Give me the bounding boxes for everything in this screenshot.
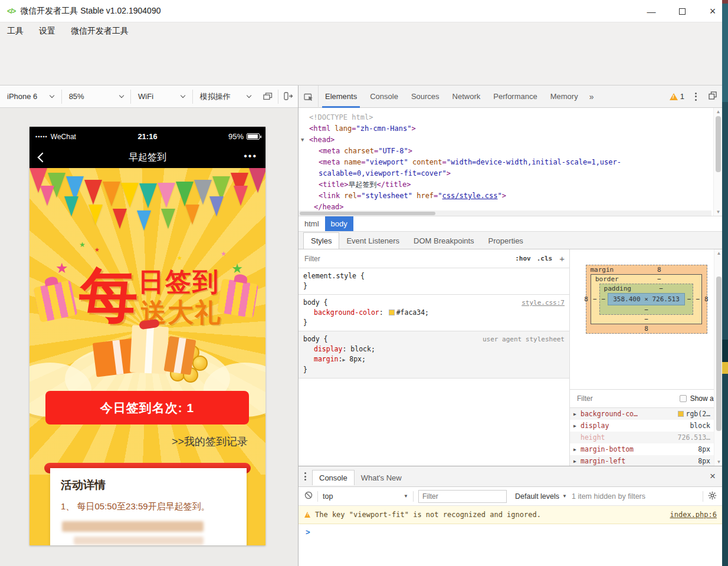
horizontal-scrollbar[interactable] <box>299 210 711 216</box>
tab-sources[interactable]: Sources <box>405 85 446 108</box>
context-select[interactable]: top▼ <box>323 492 408 501</box>
sidebar-scrollbar[interactable]: ▲▼ <box>714 249 723 466</box>
tab-console-drawer[interactable]: Console <box>312 470 355 485</box>
tab-dom-breakpoints[interactable]: DOM Breakpoints <box>406 233 481 249</box>
console-drawer: Console What's New × top▼ Default levels… <box>299 466 723 566</box>
star-icon: ★ <box>94 247 100 253</box>
phone-preview: ••••• WeChat 21:16 95% 早起签到 ••• ★ ★ ★ ★ … <box>29 127 265 545</box>
menu-settings[interactable]: 设置 <box>39 26 55 37</box>
gift-icon <box>217 279 258 318</box>
code-line[interactable]: <meta charset="UTF-8"> <box>299 146 711 157</box>
menu-tools[interactable]: 工具 <box>7 26 24 37</box>
style-rule-body[interactable]: body {style.css:7 background-color: #fac… <box>299 295 569 331</box>
box-model-content: 358.400 × 726.513 <box>608 293 685 305</box>
code-line[interactable]: <link rel="stylesheet" href="css/style.c… <box>299 190 711 202</box>
console-kebab-icon[interactable] <box>299 472 312 481</box>
console-filter-input[interactable] <box>418 490 507 503</box>
tab-whats-new[interactable]: What's New <box>355 470 408 485</box>
zoom-select[interactable]: 85% <box>62 85 130 108</box>
titlebar: </> 微信开发者工具 Stable v1.02.1904090 — × <box>0 0 728 22</box>
tab-network[interactable]: Network <box>446 85 487 108</box>
stylesheet-link[interactable]: style.css:7 <box>522 298 565 308</box>
crumb-html[interactable]: html <box>299 216 325 232</box>
show-all-label: Show all <box>690 394 717 403</box>
flag-icon <box>139 183 157 208</box>
card-rule-1: 1、 每日05:50至23:59开启早起签到。 <box>61 501 236 512</box>
show-all-checkbox[interactable] <box>680 395 687 402</box>
computed-row[interactable]: ▶margin-bottom8px <box>570 443 714 455</box>
code-line[interactable]: <!DOCTYPE html> <box>299 112 711 123</box>
simulate-select[interactable]: 模拟操作 <box>193 85 258 108</box>
maximize-button[interactable] <box>667 0 697 22</box>
close-drawer-icon[interactable]: × <box>703 470 723 482</box>
tab-performance[interactable]: Performance <box>487 85 543 108</box>
computed-row[interactable]: ▶margin-left8px <box>570 455 714 466</box>
levels-select[interactable]: Default levels▼ <box>515 492 567 501</box>
tab-properties[interactable]: Properties <box>481 233 530 249</box>
flag-icon <box>84 180 102 205</box>
tab-console[interactable]: Console <box>363 85 405 108</box>
menu-devtools[interactable]: 微信开发者工具 <box>71 26 129 37</box>
computed-row[interactable]: ▶background-co…rgb(2… <box>570 408 714 420</box>
card-title: 活动详情 <box>61 478 236 493</box>
elements-scrollbar[interactable]: ▲▼ <box>713 108 722 216</box>
code-line[interactable]: ▼<head> <box>299 134 711 146</box>
styles-pane: :hov .cls + element.style { } body {styl… <box>299 249 570 466</box>
computed-row[interactable]: height726.513… <box>570 432 714 443</box>
minimize-button[interactable]: — <box>636 0 667 22</box>
crumb-body[interactable]: body <box>325 216 353 232</box>
menubar: 工具 设置 微信开发者工具 <box>0 22 728 40</box>
style-rule-ua[interactable]: body {user agent stylesheet display: blo… <box>299 331 569 379</box>
page-body: ★ ★ ★ ★ ★ ★ ★ 每 日签到 送大礼 今日签到名次: 1 >>我的签到… <box>29 168 265 545</box>
chevron-down-icon <box>119 93 124 98</box>
warning-icon <box>670 93 678 100</box>
battery-icon <box>247 133 260 140</box>
kebab-menu-icon[interactable] <box>689 93 703 101</box>
tab-styles[interactable]: Styles <box>303 232 339 249</box>
styles-filter-input[interactable] <box>303 254 509 264</box>
signin-record-link[interactable]: >>我的签到记录 <box>172 435 248 449</box>
console-prompt[interactable]: > <box>306 528 310 537</box>
banner-char: 每 <box>79 256 138 336</box>
battery-percent: 95% <box>228 132 244 141</box>
more-tabs-icon[interactable]: » <box>585 92 599 101</box>
warning-badge[interactable]: 1 <box>665 92 689 101</box>
windows-icon[interactable] <box>258 85 277 108</box>
hov-toggle[interactable]: :hov <box>515 255 531 262</box>
tab-elements[interactable]: Elements <box>319 85 363 108</box>
console-settings-icon[interactable] <box>708 491 717 502</box>
more-menu-icon[interactable]: ••• <box>244 146 257 168</box>
code-line[interactable]: <html lang="zh-cmn-Hans"> <box>299 123 711 134</box>
computed-filter-input[interactable] <box>576 394 641 403</box>
redacted-text <box>74 537 204 545</box>
color-swatch[interactable] <box>389 310 395 315</box>
new-rule-button[interactable]: + <box>559 254 565 264</box>
console-warning-row: The key "viewport-fit" is not recognized… <box>299 506 723 524</box>
device-select[interactable]: iPhone 6 <box>0 85 61 108</box>
inspect-icon[interactable] <box>299 85 319 108</box>
warning-icon <box>304 512 310 518</box>
signin-rank-button[interactable]: 今日签到名次: 1 <box>45 391 249 424</box>
warning-source-link[interactable]: index.php:6 <box>670 511 717 519</box>
star-icon: ★ <box>221 251 227 257</box>
cls-toggle[interactable]: .cls <box>537 255 553 262</box>
flag-icon <box>64 196 78 216</box>
style-rule-element[interactable]: element.style { } <box>299 268 569 295</box>
clear-console-icon[interactable] <box>304 491 313 501</box>
redacted-text <box>62 521 204 532</box>
dock-icon[interactable] <box>703 91 723 101</box>
flag-icon <box>234 186 248 206</box>
network-select[interactable]: WiFi <box>131 85 192 108</box>
tab-memory[interactable]: Memory <box>544 85 585 108</box>
chevron-down-icon <box>50 93 55 98</box>
code-line[interactable]: scalable=0,viewport-fit=cover"> <box>299 168 711 179</box>
code-line[interactable]: </head> <box>299 202 711 210</box>
code-line[interactable]: <meta name="viewport" content="width=dev… <box>299 157 711 168</box>
computed-row[interactable]: ▶displayblock <box>570 420 714 432</box>
app-window: </> 微信开发者工具 Stable v1.02.1904090 — × 工具 … <box>0 0 728 566</box>
rotate-device-icon[interactable] <box>278 85 298 108</box>
tab-event-listeners[interactable]: Event Listeners <box>339 233 406 249</box>
window-scrollbar-strip[interactable] <box>722 0 728 566</box>
code-line[interactable]: <title>早起签到</title> <box>299 179 711 190</box>
sidebar-tab-bar: Styles Event Listeners DOM Breakpoints P… <box>299 231 723 249</box>
